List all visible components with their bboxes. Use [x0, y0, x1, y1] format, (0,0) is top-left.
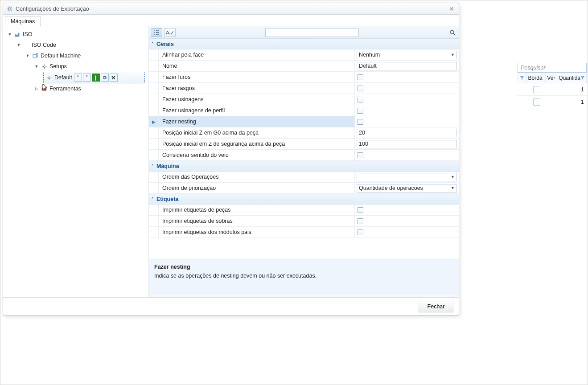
tree-node-default-selected[interactable]: Default ˄ ˅ ❙ ⧉ ✕ [43, 72, 145, 83]
filter-icon [520, 76, 524, 80]
prop-row-ordem-operacoes[interactable]: Ordem das Operações ▼ [149, 172, 459, 183]
property-description-pane: Fazer nesting Indica se as operações de … [149, 259, 459, 294]
tree-node-iso[interactable]: ▼ ISO [5, 29, 147, 40]
export-settings-dialog: Configurações de Exportação ✕ Máquinas ▼… [3, 3, 459, 315]
background-search-input[interactable]: Pesquisar [518, 63, 587, 73]
tree-label: Default Machine [41, 53, 81, 59]
quantity-cell: 1 [559, 99, 587, 105]
checkbox-fazer-furos[interactable] [358, 74, 363, 80]
category-maquina[interactable]: ˄Máquina [149, 161, 459, 172]
filter-column-blank[interactable] [518, 73, 527, 83]
list-row[interactable]: 1 [518, 96, 587, 108]
svg-line-8 [11, 7, 12, 7]
expand-icon[interactable]: ▷ [34, 86, 39, 91]
toggle-active-button[interactable]: ❙ [92, 74, 100, 82]
category-etiqueta[interactable]: ˄Etiqueta [149, 194, 459, 205]
tree-label: Setups [49, 63, 67, 70]
prop-row-considerar-veio[interactable]: Considerar sentido do veio [149, 150, 459, 161]
chevron-down-icon: ▼ [451, 53, 455, 57]
alphabetical-view-button[interactable]: A-Z [164, 28, 176, 37]
checkbox-considerar-veio[interactable] [358, 152, 363, 158]
chevron-down-icon: ▼ [451, 186, 455, 190]
checkbox-imp-sobras[interactable] [358, 218, 363, 224]
property-toolbar: A-Z [149, 26, 459, 39]
prop-row-fazer-nesting[interactable]: ▶ Fazer nesting [149, 116, 459, 127]
edge-indicator [526, 86, 547, 93]
toolbox-icon [41, 85, 48, 92]
duplicate-button[interactable]: ⧉ [101, 74, 109, 82]
filter-icon [553, 76, 555, 80]
property-search-input[interactable] [265, 28, 359, 37]
collapse-icon[interactable]: ▼ [16, 43, 21, 47]
prop-row-fazer-usinagens-perfil[interactable]: Fazer usinagens de perfil [149, 105, 459, 116]
svg-point-0 [8, 8, 11, 10]
column-quantida[interactable]: Quantida [557, 73, 586, 83]
tree-node-default-machine[interactable]: ▼ Default Machine [5, 50, 147, 61]
input-pos-z-g0[interactable] [357, 129, 457, 137]
dialog-titlebar[interactable]: Configurações de Exportação ✕ [3, 3, 459, 15]
svg-rect-22 [43, 87, 45, 88]
prop-row-imp-modulos[interactable]: Imprimir etiquetas dos módulos pais [149, 227, 459, 238]
app-viewport: Pesquisar Borda Ve Quantida 1 [0, 0, 588, 385]
checkbox-imp-pecas[interactable] [358, 207, 363, 213]
resize-grip[interactable] [149, 294, 459, 297]
background-search-placeholder: Pesquisar [521, 65, 546, 71]
column-borda[interactable]: Borda [527, 73, 546, 83]
collapse-icon[interactable]: ▼ [34, 64, 39, 69]
prop-row-fazer-furos[interactable]: Fazer furos [149, 72, 459, 83]
close-button[interactable]: Fechar [418, 301, 454, 312]
prop-row-fazer-rasgos[interactable]: Fazer rasgos [149, 83, 459, 94]
svg-point-16 [48, 77, 50, 78]
tab-maquinas[interactable]: Máquinas [5, 16, 41, 26]
prop-row-imp-sobras[interactable]: Imprimir etiquetas de sobras [149, 216, 459, 227]
svg-point-11 [43, 66, 45, 67]
prop-row-pos-z-seg[interactable]: Posição inicial em Z de segurança acima … [149, 139, 459, 150]
category-gerais[interactable]: ˄Gerais [149, 39, 459, 49]
svg-rect-21 [42, 88, 47, 90]
combo-alinhar-face[interactable]: Nenhum▼ [357, 51, 457, 59]
prop-row-fazer-usinagens[interactable]: Fazer usinagens [149, 94, 459, 105]
edge-indicator [526, 98, 547, 106]
machine-tree[interactable]: ▼ ISO ▼ ISO Code ▼ Default Machin [3, 26, 149, 297]
tree-node-setups[interactable]: ▼ Setups [5, 61, 147, 72]
svg-rect-10 [37, 53, 38, 57]
checkbox-imp-modulos[interactable] [358, 229, 363, 235]
tree-node-ferramentas[interactable]: ▷ Ferramentas [5, 83, 147, 94]
checkbox-fazer-rasgos[interactable] [358, 86, 363, 91]
quantity-cell: 1 [559, 86, 587, 93]
property-grid[interactable]: ˄Gerais Alinhar pela face Nenhum▼ Nome F… [149, 39, 459, 259]
gear-icon [7, 6, 13, 12]
collapse-icon[interactable]: ▼ [8, 32, 12, 37]
prop-row-imp-pecas[interactable]: Imprimir etiquetas de peças [149, 205, 459, 216]
property-grid-panel: A-Z ˄Gerais Alinhar pela face Nenhum▼ [149, 26, 459, 297]
dialog-footer: Fechar [3, 297, 459, 315]
svg-line-5 [8, 7, 8, 7]
prop-row-ordem-prior[interactable]: Ordem de priorização Quantidade de opera… [149, 183, 459, 194]
categorized-view-button[interactable] [151, 28, 162, 37]
delete-button[interactable]: ✕ [110, 74, 118, 82]
background-list-header: Borda Ve Quantida [518, 73, 587, 83]
input-nome[interactable] [357, 62, 457, 70]
checkbox-fazer-usinagens-perfil[interactable] [358, 108, 363, 114]
gear-icon [45, 74, 53, 81]
search-icon[interactable] [448, 28, 457, 37]
prop-row-pos-z-g0[interactable]: Posição inicial Z em G0 acima da peça [149, 127, 459, 139]
checkbox-fazer-nesting[interactable] [358, 119, 363, 125]
prop-row-nome[interactable]: Nome [149, 61, 459, 72]
description-title: Fazer nesting [154, 264, 453, 270]
close-icon[interactable]: ✕ [448, 5, 455, 12]
tree-label: ISO Code [32, 42, 56, 48]
chevron-up-icon: ˄ [152, 164, 154, 168]
checkbox-fazer-usinagens[interactable] [358, 97, 363, 102]
move-up-button[interactable]: ˄ [74, 74, 82, 82]
chevron-up-icon: ˄ [152, 42, 154, 46]
tree-node-iso-code[interactable]: ▼ ISO Code [5, 40, 147, 50]
column-ve[interactable]: Ve [546, 73, 557, 83]
move-down-button[interactable]: ˅ [83, 74, 91, 82]
collapse-icon[interactable]: ▼ [25, 53, 30, 58]
list-row[interactable]: 1 [518, 83, 587, 96]
combo-ordem-prior[interactable]: Quantidade de operações▼ [357, 184, 457, 192]
prop-row-alinhar-face[interactable]: Alinhar pela face Nenhum▼ [149, 49, 459, 61]
input-pos-z-seg[interactable] [357, 140, 457, 148]
combo-ordem-operacoes[interactable]: ▼ [357, 173, 457, 181]
